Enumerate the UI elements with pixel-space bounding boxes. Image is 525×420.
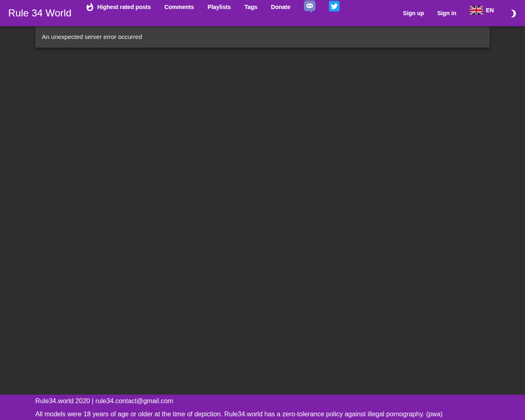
error-alert: An unexpected server error occurred <box>35 26 490 48</box>
footer-copyright: Rule34.world 2020 | rule34.contact@gmail… <box>35 395 490 408</box>
twitter-link[interactable] <box>329 1 340 13</box>
nav-highest-rated-posts[interactable]: Highest rated posts <box>85 2 151 12</box>
app-header: Rule 34 World Highest rated posts Commen… <box>0 0 525 26</box>
nav-label: Comments <box>164 4 194 10</box>
header-right-group: Sign up Sign in EN <box>403 0 516 26</box>
nav-label: Donate <box>271 4 290 10</box>
nav-label: Tags <box>244 4 258 10</box>
discord-link[interactable] <box>304 0 315 14</box>
nav-tags[interactable]: Tags <box>244 4 258 10</box>
error-message: An unexpected server error occurred <box>42 33 142 40</box>
twitter-icon <box>329 1 340 13</box>
uk-flag-icon <box>470 6 483 15</box>
signin-button[interactable]: Sign in <box>437 10 457 16</box>
nav-donate[interactable]: Donate <box>271 4 290 10</box>
moon-icon <box>507 9 516 20</box>
language-selector[interactable]: EN <box>470 6 494 15</box>
app-footer: Rule34.world 2020 | rule34.contact@gmail… <box>0 395 525 420</box>
main-nav: Highest rated posts Comments Playlists T… <box>85 0 340 14</box>
nav-playlists[interactable]: Playlists <box>208 4 231 10</box>
signup-button[interactable]: Sign up <box>403 10 424 16</box>
flame-icon <box>85 2 95 12</box>
site-logo[interactable]: Rule 34 World <box>8 0 71 26</box>
nav-label: Playlists <box>208 4 231 10</box>
main-content: An unexpected server error occurred <box>0 26 525 395</box>
dark-mode-toggle[interactable] <box>507 9 516 20</box>
nav-comments[interactable]: Comments <box>164 4 194 10</box>
language-code: EN <box>486 7 494 14</box>
discord-icon <box>304 0 315 14</box>
footer-disclaimer: All models were 18 years of age or older… <box>35 408 490 420</box>
nav-label: Highest rated posts <box>97 4 151 10</box>
